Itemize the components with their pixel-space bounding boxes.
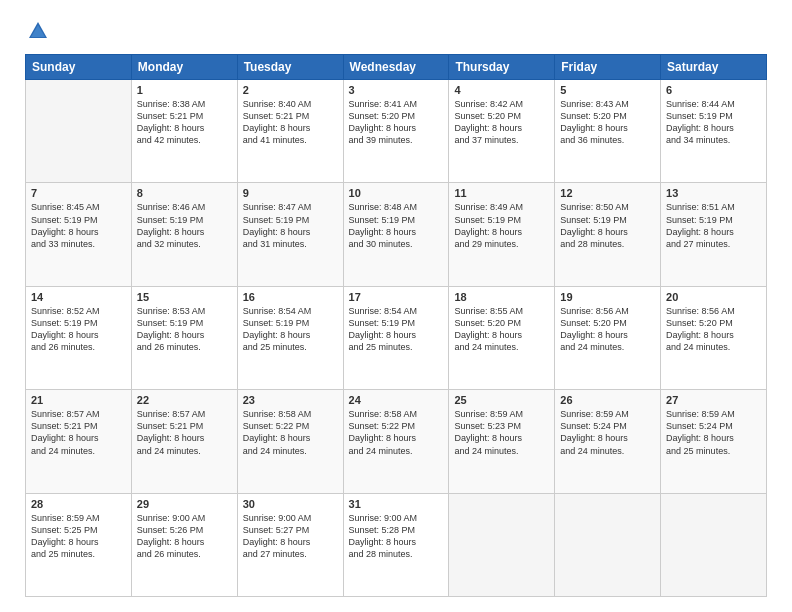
calendar-cell: 7Sunrise: 8:45 AMSunset: 5:19 PMDaylight…: [26, 183, 132, 286]
calendar-week-2: 7Sunrise: 8:45 AMSunset: 5:19 PMDaylight…: [26, 183, 767, 286]
day-info: Sunrise: 8:57 AMSunset: 5:21 PMDaylight:…: [137, 408, 232, 457]
day-info: Sunrise: 8:41 AMSunset: 5:20 PMDaylight:…: [349, 98, 444, 147]
calendar-week-5: 28Sunrise: 8:59 AMSunset: 5:25 PMDayligh…: [26, 493, 767, 596]
day-info: Sunrise: 9:00 AMSunset: 5:26 PMDaylight:…: [137, 512, 232, 561]
calendar-header-thursday: Thursday: [449, 55, 555, 80]
day-number: 28: [31, 498, 126, 510]
day-number: 20: [666, 291, 761, 303]
calendar-cell: 30Sunrise: 9:00 AMSunset: 5:27 PMDayligh…: [237, 493, 343, 596]
day-info: Sunrise: 8:56 AMSunset: 5:20 PMDaylight:…: [666, 305, 761, 354]
day-number: 25: [454, 394, 549, 406]
calendar-cell: 8Sunrise: 8:46 AMSunset: 5:19 PMDaylight…: [131, 183, 237, 286]
calendar-cell: 17Sunrise: 8:54 AMSunset: 5:19 PMDayligh…: [343, 286, 449, 389]
logo-icon: [27, 20, 49, 42]
day-info: Sunrise: 8:42 AMSunset: 5:20 PMDaylight:…: [454, 98, 549, 147]
calendar-header-saturday: Saturday: [661, 55, 767, 80]
calendar-week-3: 14Sunrise: 8:52 AMSunset: 5:19 PMDayligh…: [26, 286, 767, 389]
calendar-cell: [449, 493, 555, 596]
day-number: 19: [560, 291, 655, 303]
calendar-table: SundayMondayTuesdayWednesdayThursdayFrid…: [25, 54, 767, 597]
day-info: Sunrise: 8:50 AMSunset: 5:19 PMDaylight:…: [560, 201, 655, 250]
calendar-header-row: SundayMondayTuesdayWednesdayThursdayFrid…: [26, 55, 767, 80]
day-number: 21: [31, 394, 126, 406]
day-info: Sunrise: 8:48 AMSunset: 5:19 PMDaylight:…: [349, 201, 444, 250]
calendar-header-wednesday: Wednesday: [343, 55, 449, 80]
day-number: 27: [666, 394, 761, 406]
calendar-cell: 31Sunrise: 9:00 AMSunset: 5:28 PMDayligh…: [343, 493, 449, 596]
day-info: Sunrise: 8:49 AMSunset: 5:19 PMDaylight:…: [454, 201, 549, 250]
calendar-cell: 13Sunrise: 8:51 AMSunset: 5:19 PMDayligh…: [661, 183, 767, 286]
day-number: 18: [454, 291, 549, 303]
calendar-cell: 20Sunrise: 8:56 AMSunset: 5:20 PMDayligh…: [661, 286, 767, 389]
day-info: Sunrise: 8:56 AMSunset: 5:20 PMDaylight:…: [560, 305, 655, 354]
calendar-cell: 25Sunrise: 8:59 AMSunset: 5:23 PMDayligh…: [449, 390, 555, 493]
day-info: Sunrise: 8:57 AMSunset: 5:21 PMDaylight:…: [31, 408, 126, 457]
day-info: Sunrise: 8:52 AMSunset: 5:19 PMDaylight:…: [31, 305, 126, 354]
day-info: Sunrise: 8:59 AMSunset: 5:25 PMDaylight:…: [31, 512, 126, 561]
calendar-cell: 14Sunrise: 8:52 AMSunset: 5:19 PMDayligh…: [26, 286, 132, 389]
calendar-header-monday: Monday: [131, 55, 237, 80]
page: SundayMondayTuesdayWednesdayThursdayFrid…: [0, 0, 792, 612]
header: [25, 20, 767, 42]
day-number: 2: [243, 84, 338, 96]
calendar-cell: 28Sunrise: 8:59 AMSunset: 5:25 PMDayligh…: [26, 493, 132, 596]
day-info: Sunrise: 9:00 AMSunset: 5:28 PMDaylight:…: [349, 512, 444, 561]
calendar-cell: 6Sunrise: 8:44 AMSunset: 5:19 PMDaylight…: [661, 80, 767, 183]
calendar-header-sunday: Sunday: [26, 55, 132, 80]
calendar-cell: 5Sunrise: 8:43 AMSunset: 5:20 PMDaylight…: [555, 80, 661, 183]
day-number: 13: [666, 187, 761, 199]
calendar-cell: 15Sunrise: 8:53 AMSunset: 5:19 PMDayligh…: [131, 286, 237, 389]
day-number: 24: [349, 394, 444, 406]
calendar-cell: 21Sunrise: 8:57 AMSunset: 5:21 PMDayligh…: [26, 390, 132, 493]
calendar-cell: 24Sunrise: 8:58 AMSunset: 5:22 PMDayligh…: [343, 390, 449, 493]
calendar-cell: 12Sunrise: 8:50 AMSunset: 5:19 PMDayligh…: [555, 183, 661, 286]
logo: [25, 20, 49, 42]
day-number: 9: [243, 187, 338, 199]
day-info: Sunrise: 8:58 AMSunset: 5:22 PMDaylight:…: [349, 408, 444, 457]
day-info: Sunrise: 8:38 AMSunset: 5:21 PMDaylight:…: [137, 98, 232, 147]
calendar-cell: 22Sunrise: 8:57 AMSunset: 5:21 PMDayligh…: [131, 390, 237, 493]
day-number: 12: [560, 187, 655, 199]
day-info: Sunrise: 8:54 AMSunset: 5:19 PMDaylight:…: [243, 305, 338, 354]
calendar-cell: 11Sunrise: 8:49 AMSunset: 5:19 PMDayligh…: [449, 183, 555, 286]
day-number: 5: [560, 84, 655, 96]
day-number: 1: [137, 84, 232, 96]
calendar-header-tuesday: Tuesday: [237, 55, 343, 80]
calendar-cell: 3Sunrise: 8:41 AMSunset: 5:20 PMDaylight…: [343, 80, 449, 183]
day-number: 30: [243, 498, 338, 510]
calendar-cell: 27Sunrise: 8:59 AMSunset: 5:24 PMDayligh…: [661, 390, 767, 493]
calendar-week-1: 1Sunrise: 8:38 AMSunset: 5:21 PMDaylight…: [26, 80, 767, 183]
calendar-cell: 19Sunrise: 8:56 AMSunset: 5:20 PMDayligh…: [555, 286, 661, 389]
day-info: Sunrise: 8:55 AMSunset: 5:20 PMDaylight:…: [454, 305, 549, 354]
calendar-cell: 18Sunrise: 8:55 AMSunset: 5:20 PMDayligh…: [449, 286, 555, 389]
calendar-header-friday: Friday: [555, 55, 661, 80]
calendar-cell: [555, 493, 661, 596]
day-number: 8: [137, 187, 232, 199]
calendar-cell: 26Sunrise: 8:59 AMSunset: 5:24 PMDayligh…: [555, 390, 661, 493]
calendar-cell: 10Sunrise: 8:48 AMSunset: 5:19 PMDayligh…: [343, 183, 449, 286]
day-info: Sunrise: 8:40 AMSunset: 5:21 PMDaylight:…: [243, 98, 338, 147]
day-number: 6: [666, 84, 761, 96]
day-number: 4: [454, 84, 549, 96]
day-info: Sunrise: 8:58 AMSunset: 5:22 PMDaylight:…: [243, 408, 338, 457]
calendar-cell: [661, 493, 767, 596]
day-info: Sunrise: 8:45 AMSunset: 5:19 PMDaylight:…: [31, 201, 126, 250]
day-number: 3: [349, 84, 444, 96]
day-info: Sunrise: 8:46 AMSunset: 5:19 PMDaylight:…: [137, 201, 232, 250]
calendar-cell: 2Sunrise: 8:40 AMSunset: 5:21 PMDaylight…: [237, 80, 343, 183]
day-number: 15: [137, 291, 232, 303]
calendar-cell: 1Sunrise: 8:38 AMSunset: 5:21 PMDaylight…: [131, 80, 237, 183]
day-number: 10: [349, 187, 444, 199]
day-number: 7: [31, 187, 126, 199]
calendar-cell: 4Sunrise: 8:42 AMSunset: 5:20 PMDaylight…: [449, 80, 555, 183]
calendar-week-4: 21Sunrise: 8:57 AMSunset: 5:21 PMDayligh…: [26, 390, 767, 493]
day-number: 16: [243, 291, 338, 303]
day-info: Sunrise: 8:53 AMSunset: 5:19 PMDaylight:…: [137, 305, 232, 354]
day-info: Sunrise: 8:59 AMSunset: 5:24 PMDaylight:…: [666, 408, 761, 457]
day-info: Sunrise: 8:59 AMSunset: 5:24 PMDaylight:…: [560, 408, 655, 457]
day-number: 23: [243, 394, 338, 406]
calendar-cell: [26, 80, 132, 183]
calendar-cell: 29Sunrise: 9:00 AMSunset: 5:26 PMDayligh…: [131, 493, 237, 596]
day-number: 11: [454, 187, 549, 199]
day-info: Sunrise: 8:47 AMSunset: 5:19 PMDaylight:…: [243, 201, 338, 250]
